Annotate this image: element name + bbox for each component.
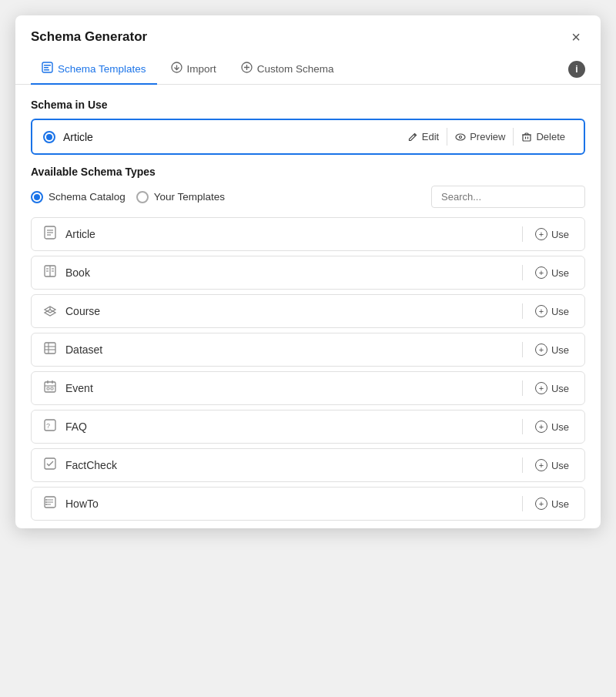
schema-in-use-title: Schema in Use xyxy=(31,99,585,111)
use-factcheck-button[interactable]: + Use xyxy=(531,457,574,473)
your-templates-radio xyxy=(136,191,149,203)
divider xyxy=(522,303,523,319)
use-icon: + xyxy=(535,459,547,471)
svg-rect-3 xyxy=(44,69,49,71)
svg-text:?: ? xyxy=(46,422,50,430)
svg-rect-2 xyxy=(44,67,49,69)
use-event-button[interactable]: + Use xyxy=(531,380,574,396)
divider xyxy=(522,457,523,473)
svg-rect-28 xyxy=(45,382,55,392)
modal-title: Schema Generator xyxy=(31,29,147,45)
svg-rect-10 xyxy=(523,135,531,141)
howto-icon xyxy=(42,495,58,512)
use-faq-button[interactable]: + Use xyxy=(531,419,574,434)
schema-in-use-name: Article xyxy=(63,131,392,143)
schema-catalog-label: Schema Catalog xyxy=(49,191,126,203)
list-item: Event + Use xyxy=(31,371,585,405)
list-item: HowTo + Use xyxy=(31,487,585,521)
filter-your-templates[interactable]: Your Templates xyxy=(136,191,225,203)
search-input[interactable] xyxy=(431,186,585,208)
svg-rect-33 xyxy=(51,387,53,390)
divider xyxy=(522,265,523,280)
divider xyxy=(522,496,523,511)
divider xyxy=(522,342,523,357)
use-icon: + xyxy=(535,343,547,356)
close-button[interactable]: × xyxy=(567,28,585,46)
import-icon xyxy=(171,62,182,75)
filter-row: Schema Catalog Your Templates xyxy=(15,186,601,208)
divider xyxy=(522,380,523,396)
use-icon: + xyxy=(535,305,547,317)
list-item: FactCheck + Use xyxy=(31,448,585,482)
factcheck-icon xyxy=(42,457,58,474)
use-icon: + xyxy=(535,498,547,510)
schema-catalog-radio xyxy=(31,191,43,203)
available-types-title: Available Schema Types xyxy=(31,166,585,178)
schema-item-name: Book xyxy=(65,266,514,279)
svg-rect-32 xyxy=(47,387,49,390)
list-item: Article + Use xyxy=(31,217,585,251)
event-icon xyxy=(42,380,58,397)
schema-item-name: Course xyxy=(65,305,514,317)
use-icon: + xyxy=(535,421,547,433)
list-item: ? FAQ + Use xyxy=(31,410,585,444)
divider xyxy=(522,226,523,242)
use-icon: + xyxy=(535,266,547,279)
tab-import-label: Import xyxy=(187,63,216,75)
svg-point-43 xyxy=(45,504,47,505)
use-book-button[interactable]: + Use xyxy=(531,265,574,280)
article-icon xyxy=(42,226,58,243)
schema-item-name: FactCheck xyxy=(65,459,514,471)
use-article-button[interactable]: + Use xyxy=(531,226,574,242)
delete-button[interactable]: Delete xyxy=(513,128,573,146)
edit-icon xyxy=(407,132,418,142)
schema-item-name: Dataset xyxy=(65,343,514,356)
schema-list: Article + Use Book + xyxy=(15,208,601,528)
svg-point-9 xyxy=(460,136,462,138)
list-item: Course + Use xyxy=(31,294,585,328)
tab-schema-templates[interactable]: Schema Templates xyxy=(31,54,157,85)
use-icon: + xyxy=(535,382,547,394)
book-icon xyxy=(42,264,58,281)
info-button[interactable]: i xyxy=(568,61,585,78)
svg-rect-24 xyxy=(45,343,55,354)
course-icon xyxy=(42,303,58,320)
svg-point-42 xyxy=(45,501,47,503)
schema-item-name: Event xyxy=(65,382,514,394)
your-templates-label: Your Templates xyxy=(154,191,225,203)
edit-button[interactable]: Edit xyxy=(400,128,447,146)
dataset-icon xyxy=(42,341,58,358)
delete-icon xyxy=(521,132,532,142)
use-course-button[interactable]: + Use xyxy=(531,303,574,319)
divider xyxy=(522,419,523,434)
tab-schema-templates-label: Schema Templates xyxy=(58,63,146,75)
svg-rect-36 xyxy=(45,458,55,469)
filter-schema-catalog[interactable]: Schema Catalog xyxy=(31,191,126,203)
use-howto-button[interactable]: + Use xyxy=(531,496,574,511)
preview-button[interactable]: Preview xyxy=(447,128,513,146)
use-dataset-button[interactable]: + Use xyxy=(531,342,574,357)
tabs-bar: Schema Templates Import Custom Schema xyxy=(15,54,601,85)
list-item: Dataset + Use xyxy=(31,333,585,367)
faq-icon: ? xyxy=(42,418,58,435)
schema-item-name: Article xyxy=(65,228,514,240)
custom-schema-icon xyxy=(241,62,253,75)
tab-custom-schema-label: Custom Schema xyxy=(257,63,334,75)
schema-templates-icon xyxy=(42,62,53,75)
tab-import[interactable]: Import xyxy=(160,54,227,85)
schema-item-name: HowTo xyxy=(65,498,514,510)
schema-actions: Edit Preview xyxy=(400,128,573,146)
schema-in-use-section: Schema in Use Article Edit Previ xyxy=(15,85,601,155)
svg-point-41 xyxy=(45,499,47,501)
svg-rect-1 xyxy=(44,65,51,66)
svg-point-8 xyxy=(456,134,465,140)
preview-icon xyxy=(455,132,466,142)
tab-custom-schema[interactable]: Custom Schema xyxy=(230,54,345,85)
schema-item-name: FAQ xyxy=(65,421,514,433)
schema-in-use-radio xyxy=(43,131,55,143)
available-types-section: Available Schema Types xyxy=(15,155,601,178)
schema-in-use-card: Article Edit Preview xyxy=(31,119,585,155)
modal-header: Schema Generator × xyxy=(15,15,601,46)
list-item: Book + Use xyxy=(31,256,585,290)
use-icon: + xyxy=(535,228,547,240)
